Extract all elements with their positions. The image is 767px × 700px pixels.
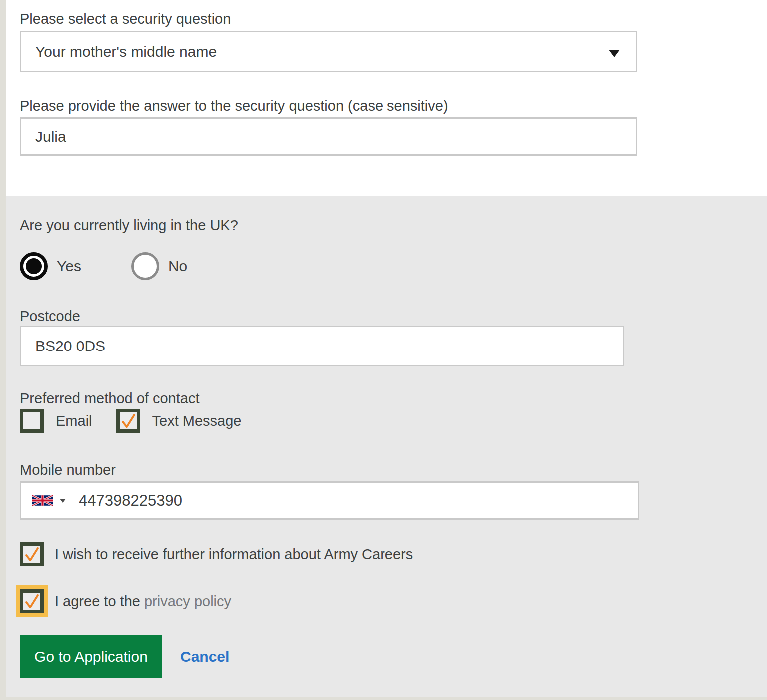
security-question-select[interactable]: Your mother's middle name xyxy=(20,31,637,72)
privacy-agree-row: I agree to the privacy policy xyxy=(20,589,767,613)
email-checkbox-group: Email xyxy=(20,409,92,433)
postcode-label: Postcode xyxy=(20,308,767,324)
contact-method-row: Email Text Message xyxy=(20,409,767,433)
army-careers-optin-label: I wish to receive further information ab… xyxy=(55,546,413,563)
postcode-input[interactable]: BS20 0DS xyxy=(20,326,624,366)
mobile-number-value: 447398225390 xyxy=(79,492,182,510)
chevron-down-icon xyxy=(609,50,620,57)
privacy-agree-label: I agree to the privacy policy xyxy=(55,593,231,610)
security-answer-label: Please provide the answer to the securit… xyxy=(20,98,767,114)
country-code-selector[interactable] xyxy=(32,494,66,507)
security-answer-value: Julia xyxy=(35,128,66,145)
postcode-value: BS20 0DS xyxy=(35,338,105,354)
bottom-edge-strip xyxy=(0,697,767,700)
radio-no-label: No xyxy=(168,258,187,275)
radio-group-no: No xyxy=(131,252,187,280)
registration-form-page: Please select a security question Your m… xyxy=(0,0,767,700)
privacy-agree-checkbox[interactable] xyxy=(20,589,44,613)
email-checkbox-label: Email xyxy=(56,413,92,429)
form-content: Please select a security question Your m… xyxy=(6,0,767,697)
email-checkbox[interactable] xyxy=(20,409,44,433)
text-message-checkbox-label: Text Message xyxy=(152,413,242,429)
text-message-checkbox[interactable] xyxy=(116,409,140,433)
privacy-agree-prefix: I agree to the xyxy=(55,593,144,609)
check-icon xyxy=(120,413,136,429)
left-edge-strip xyxy=(0,0,6,700)
security-question-label: Please select a security question xyxy=(20,11,767,27)
radio-yes[interactable] xyxy=(20,252,48,280)
radio-no[interactable] xyxy=(131,252,159,280)
living-in-uk-radio-row: Yes No xyxy=(20,252,767,280)
radio-group-yes: Yes xyxy=(20,252,81,280)
form-actions-row: Go to Application Cancel xyxy=(20,635,767,678)
radio-yes-label: Yes xyxy=(57,258,81,275)
privacy-policy-link[interactable]: privacy policy xyxy=(144,593,231,609)
text-message-checkbox-group: Text Message xyxy=(116,409,242,433)
go-to-application-button[interactable]: Go to Application xyxy=(20,635,162,678)
cancel-link[interactable]: Cancel xyxy=(180,648,229,665)
uk-flag-icon xyxy=(32,494,53,507)
mobile-number-input[interactable]: 447398225390 xyxy=(20,481,639,520)
mobile-number-label: Mobile number xyxy=(20,462,767,478)
country-dropdown-arrow-icon xyxy=(60,499,66,503)
radio-selected-dot xyxy=(26,258,42,274)
army-careers-optin-row: I wish to receive further information ab… xyxy=(20,542,767,566)
preferred-contact-label: Preferred method of contact xyxy=(20,390,767,406)
check-icon xyxy=(24,546,40,562)
security-question-selected-value: Your mother's middle name xyxy=(35,43,217,60)
army-careers-optin-checkbox[interactable] xyxy=(20,542,44,566)
security-question-section: Please select a security question Your m… xyxy=(6,0,767,196)
living-in-uk-label: Are you currently living in the UK? xyxy=(20,217,767,233)
security-answer-input[interactable]: Julia xyxy=(20,117,637,156)
contact-details-section: Are you currently living in the UK? Yes … xyxy=(6,196,767,697)
check-icon xyxy=(24,593,40,609)
